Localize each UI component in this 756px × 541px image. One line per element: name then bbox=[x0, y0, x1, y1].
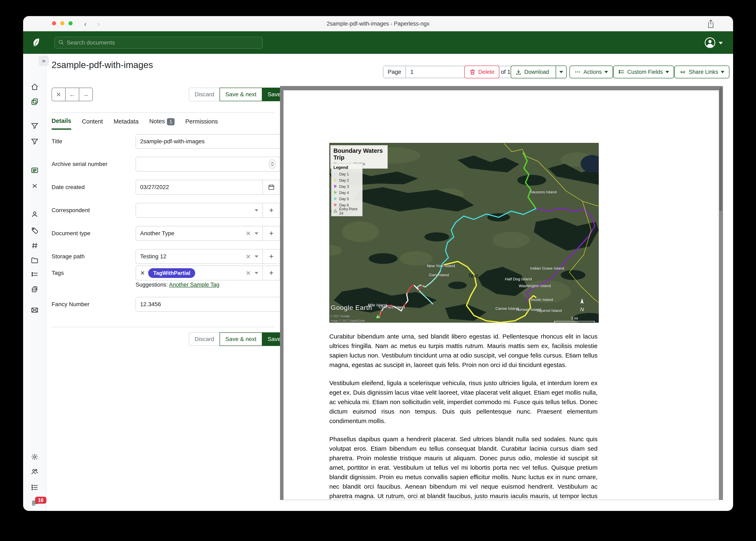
chevron-down-icon bbox=[255, 209, 258, 212]
search-input[interactable] bbox=[67, 39, 259, 46]
window-title: 2sample-pdf-with-images - Paperless-ngx bbox=[23, 21, 733, 27]
sidebar-item-duplicates[interactable] bbox=[31, 285, 39, 293]
preview-scrollbar[interactable] bbox=[719, 86, 723, 500]
sidebar-item-close-document-icon[interactable] bbox=[31, 182, 39, 190]
custom-fields-button[interactable]: Custom Fields bbox=[613, 66, 674, 78]
sidebar-item-custom-fields[interactable] bbox=[31, 270, 39, 278]
legend-item: Day 2 bbox=[333, 177, 360, 184]
island-label: Hausons Island bbox=[530, 190, 557, 195]
tag-suggestions: Suggestions: Another Sample Tag bbox=[136, 281, 219, 288]
chevron-down-icon bbox=[255, 272, 258, 274]
add-correspondent-button[interactable]: + bbox=[262, 203, 280, 218]
previous-document-button[interactable]: ← bbox=[65, 88, 79, 101]
user-menu[interactable] bbox=[704, 37, 723, 49]
asn-field-row: Archive serial number +1 bbox=[52, 157, 298, 172]
add-tag-button[interactable]: + bbox=[262, 266, 280, 280]
correspondent-select[interactable] bbox=[136, 203, 263, 218]
sidebar-item-document-types[interactable] bbox=[31, 242, 39, 250]
island-label: Washington Island bbox=[519, 284, 551, 288]
global-search[interactable] bbox=[54, 37, 263, 49]
clear-icon[interactable]: ✕ bbox=[246, 253, 251, 260]
tab-metadata[interactable]: Metadata bbox=[114, 118, 139, 129]
sidebar: 16 bbox=[23, 54, 46, 511]
share-links-button[interactable]: Share Links bbox=[674, 66, 729, 78]
sidebar-item-open-document[interactable] bbox=[31, 166, 39, 174]
download-button[interactable]: Download bbox=[511, 66, 553, 78]
clear-icon[interactable]: ✕ bbox=[246, 230, 251, 237]
asn-stepper[interactable] bbox=[269, 159, 276, 169]
tab-notes[interactable]: Notes1 bbox=[149, 118, 175, 130]
remove-tag-icon[interactable]: ✕ bbox=[140, 270, 145, 276]
sidebar-item-saved-view-2[interactable] bbox=[31, 138, 39, 145]
link-icon bbox=[679, 68, 686, 76]
chevron-down-icon bbox=[255, 233, 258, 235]
delete-button[interactable]: Delete bbox=[464, 66, 499, 78]
divider bbox=[52, 327, 274, 327]
sidebar-item-saved-view-1[interactable] bbox=[31, 122, 39, 130]
island-label: Charlies Island bbox=[379, 305, 405, 309]
close-document-button[interactable]: ✕ bbox=[52, 88, 66, 101]
sidebar-item-file-tasks[interactable] bbox=[31, 483, 39, 491]
document-type-select[interactable]: Another Type ✕ bbox=[136, 226, 263, 241]
discard-button[interactable]: Discard bbox=[189, 332, 220, 346]
sidebar-item-settings[interactable] bbox=[31, 453, 39, 461]
island-label: Gary Island bbox=[429, 273, 449, 277]
date-created-label: Date created bbox=[52, 184, 136, 191]
chevron-down-icon bbox=[719, 42, 723, 44]
sidebar-item-documents[interactable] bbox=[31, 98, 39, 106]
suggestion-link[interactable]: Another Sample Tag bbox=[169, 281, 219, 288]
share-icon[interactable] bbox=[707, 19, 715, 29]
sidebar-item-storage-paths[interactable] bbox=[31, 257, 39, 264]
title-label: Title bbox=[52, 138, 136, 145]
page-label: Page bbox=[383, 66, 406, 78]
save-group-top: Discard Save & next Save bbox=[189, 88, 287, 101]
storage-path-select[interactable]: Testing 12 ✕ bbox=[136, 249, 263, 264]
save-next-button[interactable]: Save & next bbox=[220, 332, 262, 346]
north-arrow: N bbox=[579, 297, 585, 313]
sidebar-item-mail[interactable] bbox=[31, 306, 39, 314]
sidebar-item-dashboard[interactable] bbox=[31, 83, 39, 91]
legend-marker-icon bbox=[333, 172, 337, 177]
sidebar-item-correspondents[interactable] bbox=[31, 210, 39, 218]
tags-select[interactable]: ✕ TagWithPartial ✕ bbox=[136, 266, 263, 280]
tab-permissions[interactable]: Permissions bbox=[185, 118, 218, 129]
storage-path-label: Storage path bbox=[52, 253, 136, 260]
legend-marker-icon bbox=[333, 191, 337, 195]
save-next-button[interactable]: Save & next bbox=[220, 88, 262, 101]
sidebar-item-users-groups[interactable] bbox=[31, 468, 39, 476]
add-storage-path-button[interactable]: + bbox=[262, 249, 280, 264]
map-credit: Image © 2017 DigitalGlobe bbox=[330, 319, 365, 322]
tab-details[interactable]: Details bbox=[52, 118, 71, 130]
asn-input[interactable] bbox=[140, 161, 269, 168]
title-input[interactable] bbox=[140, 138, 293, 145]
clear-icon[interactable]: ✕ bbox=[246, 270, 251, 277]
document-paragraph: Phasellus dapibus quam a hendrerit place… bbox=[329, 434, 598, 500]
page-title: 2sample-pdf-with-images bbox=[52, 60, 153, 70]
caret-down-icon bbox=[665, 71, 669, 73]
tags-field-row: Tags ✕ TagWithPartial ✕ + bbox=[52, 266, 298, 280]
discard-button[interactable]: Discard bbox=[189, 88, 220, 101]
date-created-field-row: Date created bbox=[52, 180, 298, 195]
sidebar-expand-button[interactable]: » bbox=[39, 56, 49, 66]
map-legend: Legend Day 1Day 2Day 3Day 4Day 5Day 6Ent… bbox=[331, 163, 363, 216]
paperless-logo-icon[interactable] bbox=[30, 37, 40, 49]
map-scale-bar: 3 mi bbox=[554, 316, 595, 323]
legend-marker-icon bbox=[333, 197, 337, 202]
map-text-annotation: Text bbox=[468, 272, 478, 279]
date-created-input[interactable] bbox=[140, 184, 258, 191]
actions-button[interactable]: Actions bbox=[569, 66, 613, 78]
legend-item: Day 1 bbox=[333, 171, 360, 177]
chevron-down-icon bbox=[255, 256, 258, 258]
calendar-button[interactable] bbox=[262, 180, 280, 195]
sidebar-item-tags[interactable] bbox=[31, 227, 39, 235]
divider bbox=[52, 112, 274, 113]
tag-chip[interactable]: TagWithPartial bbox=[148, 268, 195, 278]
search-icon bbox=[58, 39, 64, 46]
map-credit: © 2017 Google bbox=[330, 314, 350, 318]
tab-content[interactable]: Content bbox=[82, 118, 103, 129]
download-options-button[interactable] bbox=[556, 66, 566, 78]
add-document-type-button[interactable]: + bbox=[262, 226, 280, 241]
next-document-button[interactable]: → bbox=[79, 88, 93, 101]
calendar-icon bbox=[268, 184, 275, 191]
fancy-number-input[interactable] bbox=[140, 301, 286, 307]
